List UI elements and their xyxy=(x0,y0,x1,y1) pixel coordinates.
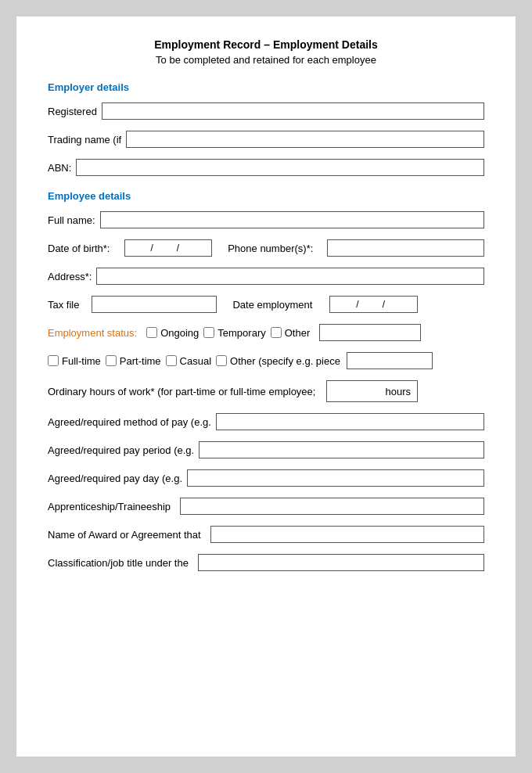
emp-date-month-input[interactable] xyxy=(360,299,382,310)
employment-date-field[interactable]: / / xyxy=(329,296,418,313)
pay-period-input[interactable] xyxy=(199,441,484,458)
address-label: Address*: xyxy=(48,271,92,282)
trading-name-row: Trading name (if xyxy=(48,131,484,148)
trading-label: Trading name (if xyxy=(48,134,121,146)
fullname-label: Full name: xyxy=(48,214,95,226)
page-subtitle: To be completed and retained for each em… xyxy=(48,54,484,66)
other-specify-checkbox[interactable] xyxy=(216,355,227,366)
classification-input[interactable] xyxy=(198,554,484,571)
employment-status-row: Employment status: Ongoing Temporary Oth… xyxy=(48,324,484,341)
other-status-checkbox[interactable] xyxy=(271,327,282,338)
emp-status-label: Employment status: xyxy=(48,327,137,339)
tax-date-row: Tax file Date employment / / xyxy=(48,296,484,313)
parttime-checkbox-item: Part-time xyxy=(106,355,161,367)
pay-day-row: Agreed/required pay day (e.g. xyxy=(48,469,484,487)
dob-day-input[interactable] xyxy=(128,243,150,253)
pay-method-input[interactable] xyxy=(216,413,484,430)
dob-date-field[interactable]: / / xyxy=(124,239,213,257)
pay-period-row: Agreed/required pay period (e.g. xyxy=(48,441,484,458)
registered-label: Registered xyxy=(48,106,97,117)
emp-date-year-input[interactable] xyxy=(386,299,414,310)
abn-input[interactable] xyxy=(76,159,484,176)
pay-method-row: Agreed/required method of pay (e.g. xyxy=(48,413,484,430)
temporary-checkbox[interactable] xyxy=(203,327,214,338)
casual-checkbox-item: Casual xyxy=(166,355,211,367)
classification-label: Classification/job title under the xyxy=(48,557,189,569)
temporary-checkbox-item: Temporary xyxy=(203,327,265,339)
parttime-label: Part-time xyxy=(120,355,161,367)
other-specify-checkbox-item: Other (specify e.g. piece xyxy=(216,355,340,367)
page-title: Employment Record – Employment Details xyxy=(48,38,484,51)
fulltime-checkbox[interactable] xyxy=(48,355,59,366)
employer-section-heading: Employer details xyxy=(48,81,484,93)
emp-date-day-input[interactable] xyxy=(333,299,355,310)
dob-month-input[interactable] xyxy=(154,243,176,253)
registered-input[interactable] xyxy=(102,102,484,120)
dob-year-input[interactable] xyxy=(180,243,208,253)
abn-label: ABN: xyxy=(48,162,71,174)
other-specify-label: Other (specify e.g. piece xyxy=(230,355,340,367)
trading-name-input[interactable] xyxy=(126,131,484,148)
apprenticeship-label: Apprenticeship/Traineeship xyxy=(48,501,171,512)
award-input[interactable] xyxy=(210,526,484,543)
apprenticeship-row: Apprenticeship/Traineeship xyxy=(48,498,484,515)
casual-label: Casual xyxy=(180,355,211,367)
other-status-input[interactable] xyxy=(319,324,421,341)
apprenticeship-input[interactable] xyxy=(180,498,484,515)
ongoing-checkbox-item: Ongoing xyxy=(146,327,199,339)
phone-label: Phone number(s)*: xyxy=(228,243,313,254)
ordinary-hours-label: Ordinary hours of work* (for part-time o… xyxy=(48,386,315,397)
parttime-checkbox[interactable] xyxy=(106,355,117,366)
hours-input[interactable] xyxy=(333,386,380,397)
ordinary-hours-row: Ordinary hours of work* (for part-time o… xyxy=(48,380,484,402)
other-status-label: Other xyxy=(285,327,311,339)
casual-checkbox[interactable] xyxy=(166,355,177,366)
fullname-row: Full name: xyxy=(48,211,484,228)
other-specify-input[interactable] xyxy=(347,352,433,369)
fulltime-label: Full-time xyxy=(62,355,101,367)
address-row: Address*: xyxy=(48,268,484,285)
award-label: Name of Award or Agreement that xyxy=(48,529,201,541)
other-status-checkbox-item: Other xyxy=(271,327,311,339)
fullname-input[interactable] xyxy=(100,211,484,228)
abn-row: ABN: xyxy=(48,159,484,176)
phone-input[interactable] xyxy=(327,239,484,257)
tax-file-input[interactable] xyxy=(92,296,217,313)
pay-method-label: Agreed/required method of pay (e.g. xyxy=(48,416,211,428)
temporary-label: Temporary xyxy=(217,327,265,339)
registered-row: Registered xyxy=(48,102,484,120)
date-employment-label: Date employment xyxy=(232,299,312,311)
classification-row: Classification/job title under the xyxy=(48,554,484,571)
address-input[interactable] xyxy=(96,268,484,285)
pay-day-input[interactable] xyxy=(187,469,484,487)
award-row: Name of Award or Agreement that xyxy=(48,526,484,543)
dob-label: Date of birth*: xyxy=(48,243,110,254)
fulltime-checkbox-item: Full-time xyxy=(48,355,101,367)
pay-day-label: Agreed/required pay day (e.g. xyxy=(48,473,182,484)
employee-section-heading: Employee details xyxy=(48,190,484,202)
pay-period-label: Agreed/required pay period (e.g. xyxy=(48,444,194,456)
worktype-row: Full-time Part-time Casual Other (specif… xyxy=(48,352,484,369)
tax-file-label: Tax file xyxy=(48,299,79,311)
form-page: Employment Record – Employment Details T… xyxy=(16,16,516,757)
hours-box[interactable]: hours xyxy=(326,380,418,402)
ongoing-checkbox[interactable] xyxy=(146,327,157,338)
hours-label: hours xyxy=(385,386,411,397)
ongoing-label: Ongoing xyxy=(160,327,199,339)
dob-phone-row: Date of birth*: / / Phone number(s)*: xyxy=(48,239,484,257)
